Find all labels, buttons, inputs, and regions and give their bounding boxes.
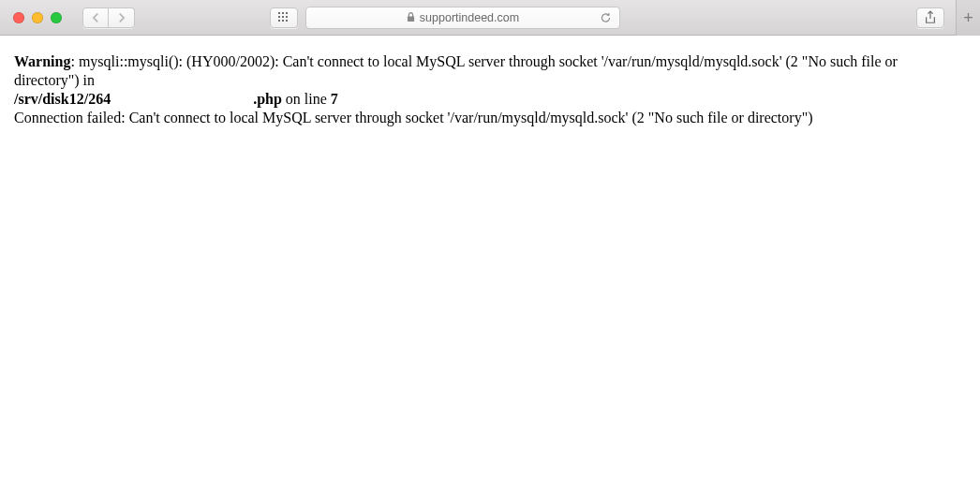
reload-button[interactable] xyxy=(600,11,612,27)
lock-icon xyxy=(407,12,415,22)
browser-toolbar: supportindeed.com + xyxy=(0,0,980,36)
nav-button-group xyxy=(82,7,135,28)
connection-failed-line: Connection failed: Can't connect to loca… xyxy=(14,109,966,127)
window-traffic-lights xyxy=(13,12,62,23)
reload-icon xyxy=(600,11,612,24)
address-bar[interactable]: supportindeed.com xyxy=(305,7,620,29)
plus-icon: + xyxy=(963,9,973,26)
grid-icon xyxy=(278,12,290,23)
back-button[interactable] xyxy=(82,7,109,28)
chevron-right-icon xyxy=(117,12,126,23)
error-line-number: 7 xyxy=(331,91,338,107)
error-path-prefix: /srv/disk12/264 xyxy=(14,91,111,107)
minimize-window-button[interactable] xyxy=(32,12,43,23)
zoom-window-button[interactable] xyxy=(51,12,62,23)
forward-button[interactable] xyxy=(109,7,135,28)
page-content: Warning: mysqli::mysqli(): (HY000/2002):… xyxy=(0,36,980,144)
php-warning-line: Warning: mysqli::mysqli(): (HY000/2002):… xyxy=(14,52,966,109)
warning-label: Warning xyxy=(14,53,70,69)
on-line-text: on line xyxy=(282,91,331,107)
share-button[interactable] xyxy=(916,7,944,28)
new-tab-button[interactable]: + xyxy=(956,0,980,36)
address-host-text: supportindeed.com xyxy=(420,11,519,24)
show-sites-button[interactable] xyxy=(270,7,298,28)
error-path-suffix: .php xyxy=(253,91,282,107)
close-window-button[interactable] xyxy=(13,12,24,23)
warning-body: : mysqli::mysqli(): (HY000/2002): Can't … xyxy=(14,53,898,88)
chevron-left-icon xyxy=(92,12,100,23)
share-icon xyxy=(924,10,937,25)
